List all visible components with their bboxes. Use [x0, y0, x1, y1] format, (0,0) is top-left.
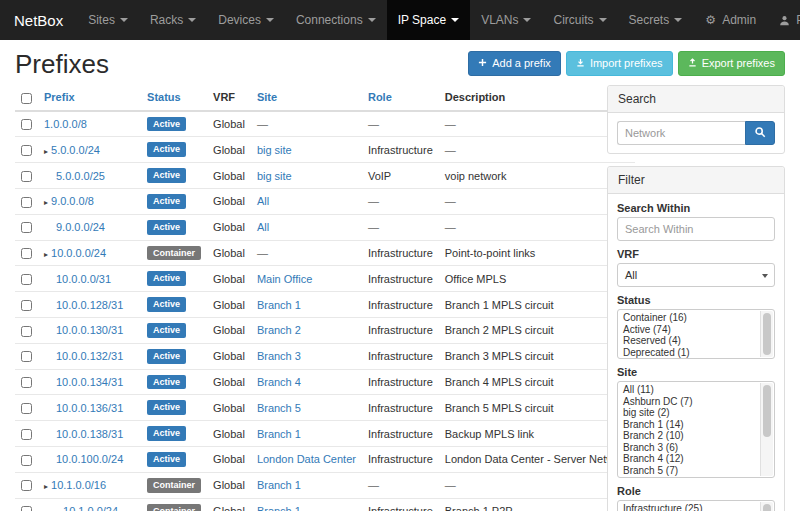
row-checkbox[interactable]	[21, 351, 32, 362]
site-link[interactable]: big site	[257, 144, 292, 156]
nav-item-connections[interactable]: Connections	[285, 0, 387, 40]
status-option[interactable]: Reserved (4)	[620, 335, 758, 347]
row-checkbox[interactable]	[21, 480, 32, 491]
prefix-link[interactable]: 10.1.0.0/24	[63, 505, 118, 511]
nav-item-sites[interactable]: Sites	[77, 0, 139, 40]
status-option[interactable]: Active (74)	[620, 324, 758, 336]
column-header-vrf: VRF	[207, 85, 251, 111]
nav-item-vlans[interactable]: VLANs	[470, 0, 542, 40]
site-link[interactable]: Branch 5	[257, 402, 301, 414]
vrf-text: Global	[213, 247, 245, 259]
prefix-link[interactable]: 5.0.0.0/25	[56, 170, 105, 182]
export-prefixes-button[interactable]: Export prefixes	[678, 51, 785, 76]
site-link[interactable]: Main Office	[257, 273, 312, 285]
role-option[interactable]: Infrastructure (25)	[620, 503, 758, 511]
row-checkbox[interactable]	[21, 506, 32, 511]
nav-item-circuits[interactable]: Circuits	[542, 0, 617, 40]
description-text: Office MPLS	[445, 273, 507, 285]
status-badge: Active	[147, 452, 186, 467]
site-link[interactable]: London Data Center	[257, 453, 356, 465]
user-icon	[778, 14, 791, 27]
nav-item-devices[interactable]: Devices	[207, 0, 285, 40]
site-option[interactable]: All (11)	[620, 384, 758, 396]
site-link[interactable]: Branch 2	[257, 324, 301, 336]
site-link[interactable]: Branch 4	[257, 376, 301, 388]
row-checkbox[interactable]	[21, 119, 32, 130]
nav-item-profile[interactable]: Profile	[767, 0, 800, 40]
select-all-checkbox[interactable]	[21, 93, 32, 104]
row-checkbox[interactable]	[21, 300, 32, 311]
nav-item-admin[interactable]: ⚙Admin	[693, 0, 767, 40]
site-link[interactable]: big site	[257, 170, 292, 182]
column-header-prefix: Prefix	[38, 85, 141, 111]
brand[interactable]: NetBox	[0, 0, 77, 40]
prefix-link[interactable]: 10.0.0.132/31	[56, 350, 123, 362]
site-link[interactable]: Branch 3	[257, 350, 301, 362]
site-option[interactable]: Branch 5 (7)	[620, 465, 758, 477]
role-text: Infrastructure	[368, 144, 433, 156]
sort-link-prefix[interactable]: Prefix	[44, 91, 75, 103]
listbox-scrollbar[interactable]	[760, 383, 773, 476]
row-checkbox[interactable]	[21, 429, 32, 440]
site-option[interactable]: Branch 4 (12)	[620, 453, 758, 465]
prefix-link[interactable]: 5.0.0.0/24	[51, 144, 100, 156]
site-option[interactable]: Branch 3 (6)	[620, 442, 758, 454]
site-label: Site	[617, 366, 775, 378]
chevron-down-icon	[599, 18, 607, 22]
prefix-link[interactable]: 10.0.0.138/31	[56, 428, 123, 440]
row-checkbox[interactable]	[21, 171, 32, 182]
site-option[interactable]: big site (2)	[620, 407, 758, 419]
row-checkbox[interactable]	[21, 222, 32, 233]
empty-value: —	[257, 118, 268, 130]
site-link[interactable]: All	[257, 195, 269, 207]
prefix-link[interactable]: 10.1.0.0/16	[51, 479, 106, 491]
prefix-link[interactable]: 10.0.0.130/31	[56, 324, 123, 336]
import-prefixes-button[interactable]: Import prefixes	[566, 51, 673, 76]
prefix-list: PrefixStatusVRFSiteRoleDescription 1.0.0…	[15, 85, 593, 511]
site-option[interactable]: Branch 1 (14)	[620, 419, 758, 431]
prefix-link[interactable]: 9.0.0.0/8	[51, 195, 94, 207]
row-checkbox[interactable]	[21, 377, 32, 388]
prefix-link[interactable]: 10.0.0.134/31	[56, 376, 123, 388]
nav-item-ip-space[interactable]: IP Space	[387, 0, 470, 40]
site-option[interactable]: Ashburn DC (7)	[620, 396, 758, 408]
row-checkbox[interactable]	[21, 326, 32, 337]
listbox-scrollbar[interactable]	[760, 502, 773, 511]
row-checkbox[interactable]	[21, 274, 32, 285]
site-link[interactable]: Branch 1	[257, 505, 301, 511]
nav-item-racks[interactable]: Racks	[139, 0, 207, 40]
prefix-link[interactable]: 1.0.0.0/8	[44, 118, 87, 130]
status-option[interactable]: Container (16)	[620, 312, 758, 324]
site-link[interactable]: Branch 1	[257, 479, 301, 491]
row-checkbox[interactable]	[21, 403, 32, 414]
search-within-input[interactable]	[617, 217, 775, 241]
row-checkbox[interactable]	[21, 145, 32, 156]
site-link[interactable]: Branch 1	[257, 428, 301, 440]
add-prefix-button[interactable]: Add a prefix	[468, 51, 561, 76]
site-link[interactable]: All	[257, 221, 269, 233]
prefix-link[interactable]: 10.0.0.0/24	[51, 247, 106, 259]
status-option[interactable]: Deprecated (1)	[620, 347, 758, 359]
prefix-link[interactable]: 10.0.100.0/24	[56, 453, 123, 465]
prefix-link[interactable]: 10.0.0.136/31	[56, 402, 123, 414]
search-button[interactable]	[745, 121, 775, 145]
row-checkbox[interactable]	[21, 197, 32, 208]
table-row: 10.0.0.138/31ActiveGlobalBranch 1Infrast…	[15, 421, 635, 447]
sort-link-site[interactable]: Site	[257, 91, 277, 103]
sort-link-status[interactable]: Status	[147, 91, 181, 103]
prefix-link[interactable]: 9.0.0.0/24	[56, 221, 105, 233]
row-checkbox[interactable]	[21, 248, 32, 259]
prefix-link[interactable]: 10.0.0.128/31	[56, 299, 123, 311]
description-text: Branch 5 MPLS circuit	[445, 402, 554, 414]
site-option[interactable]: COL0-1-24 (4)	[620, 476, 758, 477]
nav-item-secrets[interactable]: Secrets	[618, 0, 694, 40]
search-input[interactable]	[617, 121, 745, 145]
listbox-scrollbar[interactable]	[760, 311, 773, 357]
prefix-link[interactable]: 10.0.0.0/31	[56, 273, 111, 285]
sort-link-role[interactable]: Role	[368, 91, 392, 103]
vrf-select[interactable]: All	[617, 263, 775, 287]
role-text: Infrastructure	[368, 273, 433, 285]
site-option[interactable]: Branch 2 (10)	[620, 430, 758, 442]
site-link[interactable]: Branch 1	[257, 299, 301, 311]
row-checkbox[interactable]	[21, 455, 32, 466]
